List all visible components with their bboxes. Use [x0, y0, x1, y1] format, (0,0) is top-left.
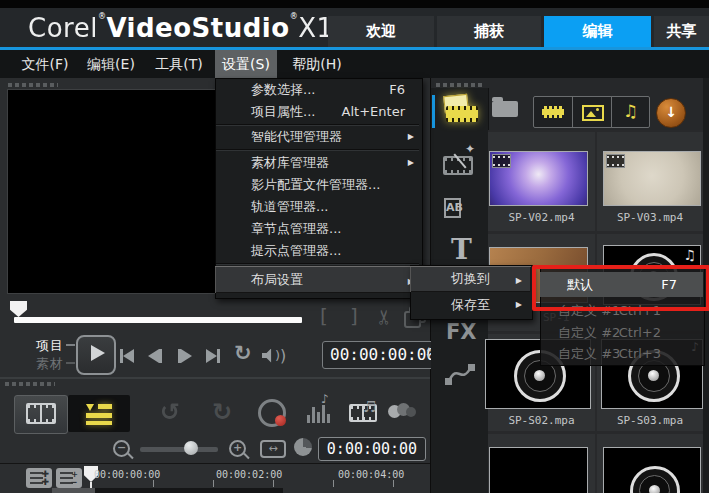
timeline-view-button[interactable]: [68, 395, 130, 432]
volume-button[interactable]: )): [262, 345, 286, 365]
menu-item-chapter-point-manager[interactable]: 章节点管理器...: [215, 218, 421, 240]
videostudio-window: Corel®VideoStudio®X10 欢迎 捕获 编辑 共享 文件(F) …: [0, 0, 709, 493]
clip-thumbnail-partial1[interactable]: [490, 448, 587, 493]
nav-transition-button[interactable]: AB: [444, 196, 461, 218]
record-dot: [275, 415, 286, 426]
submenu-item-switch-to[interactable]: 切换到 ▶: [410, 266, 531, 292]
nav-filter-button[interactable]: FX: [446, 320, 477, 344]
menu-item-project-properties[interactable]: 项目属性... Alt+Enter: [215, 101, 421, 123]
split-clip-icon[interactable]: ✂: [374, 309, 394, 326]
zoom-slider-track[interactable]: [140, 447, 218, 452]
ruler-tick-1: 00:00:02:00: [216, 469, 282, 480]
filter-audio-button[interactable]: ♫: [611, 96, 650, 128]
scrubber-bar[interactable]: [14, 317, 302, 323]
play-icon: [91, 345, 105, 361]
timeline-icon-arrow: [86, 404, 94, 411]
clip-label-sps03[interactable]: SP-S03.mpa: [597, 414, 703, 427]
ruler-tick-0: 00:00:00:00: [94, 469, 160, 480]
repeat-button[interactable]: ↻: [234, 341, 252, 365]
play-button[interactable]: [76, 335, 116, 375]
mixer-note: ♪: [321, 392, 329, 406]
auto-music-note: ♬: [363, 398, 376, 416]
wand-star: ✦: [465, 142, 475, 156]
zoom-in-button[interactable]: +: [229, 440, 246, 457]
tab-share[interactable]: 共享: [654, 16, 709, 47]
track-transparency-button[interactable]: [388, 402, 418, 422]
app-logo: Corel®VideoStudio®X10: [28, 12, 351, 43]
undo-button[interactable]: ↻: [160, 400, 180, 424]
annotation-highlight-box: [532, 265, 709, 311]
download-media-button[interactable]: ↓: [656, 98, 686, 128]
library-drag-handle[interactable]: [436, 83, 484, 87]
clip-label-sps02[interactable]: SP-S02.mpa: [488, 414, 595, 427]
music-note-icon: ♫: [623, 101, 638, 121]
zoom-out-button[interactable]: −: [113, 440, 130, 457]
nav-title-button[interactable]: T: [451, 233, 472, 266]
submenu-item-save-to[interactable]: 保存至 ▶: [410, 294, 531, 316]
menu-separator: [216, 149, 419, 151]
menu-item-cue-point-manager[interactable]: 提示点管理器...: [215, 240, 421, 262]
nav-media-button[interactable]: [440, 93, 482, 129]
clip-thumbnail-spv03[interactable]: [604, 152, 700, 205]
menu-item-movie-profile-manager[interactable]: 影片配置文件管理器...: [215, 174, 421, 196]
mark-out-button[interactable]: ]: [350, 306, 358, 326]
menu-separator: [216, 263, 419, 265]
menu-file[interactable]: 文件(F): [20, 50, 70, 78]
redo-button[interactable]: ↻: [212, 400, 232, 424]
clip-label-spv02[interactable]: SP-V02.mp4: [488, 211, 595, 224]
menu-help[interactable]: 帮助(H): [291, 50, 343, 78]
nav-instant-project-button[interactable]: ✦: [443, 146, 479, 176]
mode-project-label[interactable]: 项目: [36, 337, 64, 355]
transition-ab-icon: AB: [444, 198, 461, 218]
menu-item-track-manager[interactable]: 轨道管理器...: [215, 196, 421, 218]
submenu-arrow-icon: ▶: [408, 126, 414, 148]
track-manager-button[interactable]: ✚✚: [26, 468, 52, 488]
filter-photo-button[interactable]: [572, 96, 612, 128]
go-end-button[interactable]: [206, 345, 220, 364]
timeline-icon-bar1: [98, 404, 112, 409]
auto-music-button[interactable]: ♬: [349, 400, 377, 422]
toolbar-drag-handle[interactable]: [5, 382, 55, 386]
clip-thumbnail-partial2[interactable]: [604, 448, 700, 493]
mode-clip-label[interactable]: 素材: [36, 355, 64, 373]
panel-drag-handle[interactable]: [8, 83, 58, 87]
timeline-icon-bar3: [86, 421, 112, 425]
filter-video-button[interactable]: [533, 96, 573, 128]
fit-project-button[interactable]: ↔: [260, 440, 286, 458]
video-filter-icon: [542, 106, 564, 118]
motion-path-icon: [444, 358, 476, 390]
menu-settings[interactable]: 设置(S): [215, 50, 277, 78]
nav-motion-button[interactable]: [444, 358, 476, 394]
preview-timecode[interactable]: 00:00:00:00 ▲▼: [322, 341, 437, 369]
add-remove-track-button[interactable]: ＋−: [56, 468, 82, 488]
menu-item-layout-settings[interactable]: 布局设置 ▶: [215, 266, 421, 293]
sound-mixer-button[interactable]: ♪: [307, 399, 333, 423]
video-badge-icon: [606, 154, 625, 168]
storyboard-view-button[interactable]: [14, 395, 68, 434]
submenu-item-custom2[interactable]: 自定义 #2 Ctrl+2: [540, 321, 703, 344]
track-header-partial: [52, 488, 95, 493]
zoom-slider-thumb[interactable]: [184, 441, 198, 455]
prev-frame-button[interactable]: [148, 345, 162, 364]
next-frame-button[interactable]: [178, 345, 192, 364]
mark-in-button[interactable]: [: [320, 306, 328, 326]
menu-edit[interactable]: 编辑(E): [86, 50, 136, 78]
menu-item-smart-proxy[interactable]: 智能代理管理器 ▶: [215, 126, 421, 148]
menu-item-preferences[interactable]: 参数选择... F6: [215, 79, 421, 101]
submenu-arrow-icon: ▶: [516, 268, 522, 294]
tab-capture[interactable]: 捕获: [437, 16, 541, 47]
go-start-button[interactable]: [120, 345, 134, 364]
panel-divider: [0, 377, 430, 379]
submenu-item-custom3[interactable]: 自定义 #3 Ctrl+3: [540, 342, 703, 365]
clip-label-spv03[interactable]: SP-V03.mp4: [597, 211, 703, 224]
duration-button[interactable]: [294, 438, 312, 456]
menu-item-library-manager[interactable]: 素材库管理器 ▶: [215, 152, 421, 174]
tab-welcome[interactable]: 欢迎: [328, 16, 434, 47]
folder-icon[interactable]: [492, 101, 518, 117]
menu-tools[interactable]: 工具(T): [154, 50, 204, 78]
timeline-icon-bar2: [86, 413, 112, 418]
clip-thumbnail-spv02[interactable]: [490, 152, 587, 205]
record-capture-button[interactable]: [258, 399, 286, 427]
tab-edit[interactable]: 编辑: [544, 16, 651, 47]
timeline-timecode[interactable]: 0:00:00:00: [318, 437, 426, 461]
